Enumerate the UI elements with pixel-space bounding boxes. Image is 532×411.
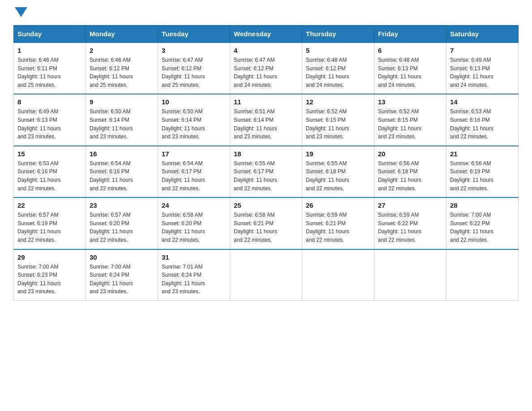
- day-cell-9: 9 Sunrise: 6:50 AMSunset: 6:14 PMDayligh…: [86, 94, 158, 146]
- day-info: Sunrise: 6:48 AMSunset: 6:12 PMDaylight:…: [306, 57, 349, 88]
- day-info: Sunrise: 6:49 AMSunset: 6:13 PMDaylight:…: [17, 108, 61, 140]
- header-monday: Monday: [86, 26, 158, 43]
- logo: [13, 9, 27, 17]
- day-info: Sunrise: 6:55 AMSunset: 6:17 PMDaylight:…: [234, 160, 277, 192]
- empty-cell: [446, 249, 519, 301]
- day-number: 4: [234, 47, 298, 54]
- day-info: Sunrise: 6:52 AMSunset: 6:15 PMDaylight:…: [306, 108, 349, 140]
- day-number: 24: [162, 201, 226, 209]
- day-number: 12: [306, 98, 370, 106]
- day-cell-10: 10 Sunrise: 6:50 AMSunset: 6:14 PMDaylig…: [158, 94, 230, 146]
- day-info: Sunrise: 6:58 AMSunset: 6:21 PMDaylight:…: [234, 212, 277, 243]
- day-number: 21: [450, 150, 515, 158]
- day-number: 30: [90, 253, 154, 261]
- header-wednesday: Wednesday: [230, 26, 302, 43]
- empty-cell: [302, 249, 374, 301]
- day-info: Sunrise: 6:47 AMSunset: 6:12 PMDaylight:…: [162, 57, 205, 88]
- day-info: Sunrise: 7:00 AMSunset: 6:23 PMDaylight:…: [17, 264, 61, 295]
- day-number: 17: [162, 150, 226, 158]
- day-info: Sunrise: 7:00 AMSunset: 6:24 PMDaylight:…: [90, 264, 133, 295]
- day-cell-30: 30 Sunrise: 7:00 AMSunset: 6:24 PMDaylig…: [86, 249, 158, 301]
- day-number: 26: [306, 201, 370, 209]
- day-info: Sunrise: 6:54 AMSunset: 6:17 PMDaylight:…: [162, 160, 205, 192]
- day-number: 8: [17, 98, 82, 106]
- day-cell-17: 17 Sunrise: 6:54 AMSunset: 6:17 PMDaylig…: [158, 146, 230, 197]
- day-cell-12: 12 Sunrise: 6:52 AMSunset: 6:15 PMDaylig…: [302, 94, 374, 146]
- day-number: 13: [378, 98, 442, 106]
- day-info: Sunrise: 6:50 AMSunset: 6:14 PMDaylight:…: [90, 108, 133, 140]
- day-number: 2: [90, 47, 154, 54]
- day-cell-22: 22 Sunrise: 6:57 AMSunset: 6:19 PMDaylig…: [14, 197, 86, 249]
- day-cell-24: 24 Sunrise: 6:58 AMSunset: 6:20 PMDaylig…: [158, 197, 230, 249]
- day-info: Sunrise: 6:50 AMSunset: 6:14 PMDaylight:…: [162, 108, 205, 140]
- header-friday: Friday: [374, 26, 446, 43]
- day-number: 28: [450, 201, 515, 209]
- day-cell-27: 27 Sunrise: 6:59 AMSunset: 6:22 PMDaylig…: [374, 197, 446, 249]
- day-info: Sunrise: 6:46 AMSunset: 6:12 PMDaylight:…: [90, 57, 133, 88]
- day-number: 6: [378, 47, 442, 54]
- day-cell-11: 11 Sunrise: 6:51 AMSunset: 6:14 PMDaylig…: [230, 94, 302, 146]
- header-tuesday: Tuesday: [158, 26, 230, 43]
- day-number: 31: [162, 253, 226, 261]
- header-sunday: Sunday: [14, 26, 86, 43]
- empty-cell: [374, 249, 446, 301]
- day-number: 7: [450, 47, 515, 54]
- day-info: Sunrise: 6:46 AMSunset: 6:11 PMDaylight:…: [17, 57, 61, 88]
- day-info: Sunrise: 6:47 AMSunset: 6:12 PMDaylight:…: [234, 57, 277, 88]
- day-info: Sunrise: 6:59 AMSunset: 6:22 PMDaylight:…: [378, 212, 421, 243]
- day-number: 20: [378, 150, 442, 158]
- day-cell-19: 19 Sunrise: 6:55 AMSunset: 6:18 PMDaylig…: [302, 146, 374, 197]
- day-number: 3: [162, 47, 226, 54]
- day-cell-31: 31 Sunrise: 7:01 AMSunset: 6:24 PMDaylig…: [158, 249, 230, 301]
- calendar-table: SundayMondayTuesdayWednesdayThursdayFrid…: [13, 25, 519, 301]
- day-cell-26: 26 Sunrise: 6:59 AMSunset: 6:21 PMDaylig…: [302, 197, 374, 249]
- day-info: Sunrise: 6:54 AMSunset: 6:16 PMDaylight:…: [90, 160, 133, 192]
- day-number: 5: [306, 47, 370, 54]
- day-cell-2: 2 Sunrise: 6:46 AMSunset: 6:12 PMDayligh…: [86, 43, 158, 94]
- day-info: Sunrise: 6:59 AMSunset: 6:21 PMDaylight:…: [306, 212, 349, 243]
- day-info: Sunrise: 6:55 AMSunset: 6:18 PMDaylight:…: [306, 160, 349, 192]
- day-number: 29: [17, 253, 82, 261]
- day-cell-29: 29 Sunrise: 7:00 AMSunset: 6:23 PMDaylig…: [14, 249, 86, 301]
- day-cell-23: 23 Sunrise: 6:57 AMSunset: 6:20 PMDaylig…: [86, 197, 158, 249]
- day-cell-6: 6 Sunrise: 6:48 AMSunset: 6:13 PMDayligh…: [374, 43, 446, 94]
- day-cell-1: 1 Sunrise: 6:46 AMSunset: 6:11 PMDayligh…: [14, 43, 86, 94]
- day-cell-14: 14 Sunrise: 6:53 AMSunset: 6:16 PMDaylig…: [446, 94, 519, 146]
- day-number: 22: [17, 201, 82, 209]
- day-cell-13: 13 Sunrise: 6:52 AMSunset: 6:15 PMDaylig…: [374, 94, 446, 146]
- day-cell-15: 15 Sunrise: 6:53 AMSunset: 6:16 PMDaylig…: [14, 146, 86, 197]
- day-number: 25: [234, 201, 298, 209]
- day-cell-7: 7 Sunrise: 6:49 AMSunset: 6:13 PMDayligh…: [446, 43, 519, 94]
- empty-cell: [230, 249, 302, 301]
- day-number: 18: [234, 150, 298, 158]
- day-info: Sunrise: 6:57 AMSunset: 6:20 PMDaylight:…: [90, 212, 133, 243]
- day-info: Sunrise: 6:58 AMSunset: 6:20 PMDaylight:…: [162, 212, 205, 243]
- page-header: [13, 9, 519, 17]
- day-cell-3: 3 Sunrise: 6:47 AMSunset: 6:12 PMDayligh…: [158, 43, 230, 94]
- day-info: Sunrise: 6:53 AMSunset: 6:16 PMDaylight:…: [450, 108, 493, 140]
- day-number: 9: [90, 98, 154, 106]
- day-info: Sunrise: 7:01 AMSunset: 6:24 PMDaylight:…: [162, 264, 205, 295]
- day-cell-5: 5 Sunrise: 6:48 AMSunset: 6:12 PMDayligh…: [302, 43, 374, 94]
- day-info: Sunrise: 6:48 AMSunset: 6:13 PMDaylight:…: [378, 57, 421, 88]
- header-thursday: Thursday: [302, 26, 374, 43]
- header-saturday: Saturday: [446, 26, 519, 43]
- day-cell-16: 16 Sunrise: 6:54 AMSunset: 6:16 PMDaylig…: [86, 146, 158, 197]
- day-number: 14: [450, 98, 515, 106]
- day-cell-18: 18 Sunrise: 6:55 AMSunset: 6:17 PMDaylig…: [230, 146, 302, 197]
- logo-triangle-icon: [15, 7, 27, 17]
- day-cell-28: 28 Sunrise: 7:00 AMSunset: 6:22 PMDaylig…: [446, 197, 519, 249]
- day-info: Sunrise: 6:52 AMSunset: 6:15 PMDaylight:…: [378, 108, 421, 140]
- day-number: 19: [306, 150, 370, 158]
- day-number: 16: [90, 150, 154, 158]
- day-number: 11: [234, 98, 298, 106]
- day-info: Sunrise: 6:56 AMSunset: 6:19 PMDaylight:…: [450, 160, 493, 192]
- day-number: 1: [17, 47, 82, 54]
- day-number: 10: [162, 98, 226, 106]
- day-cell-25: 25 Sunrise: 6:58 AMSunset: 6:21 PMDaylig…: [230, 197, 302, 249]
- day-info: Sunrise: 6:56 AMSunset: 6:18 PMDaylight:…: [378, 160, 421, 192]
- day-info: Sunrise: 7:00 AMSunset: 6:22 PMDaylight:…: [450, 212, 493, 243]
- day-info: Sunrise: 6:53 AMSunset: 6:16 PMDaylight:…: [17, 160, 61, 192]
- day-cell-8: 8 Sunrise: 6:49 AMSunset: 6:13 PMDayligh…: [14, 94, 86, 146]
- day-cell-4: 4 Sunrise: 6:47 AMSunset: 6:12 PMDayligh…: [230, 43, 302, 94]
